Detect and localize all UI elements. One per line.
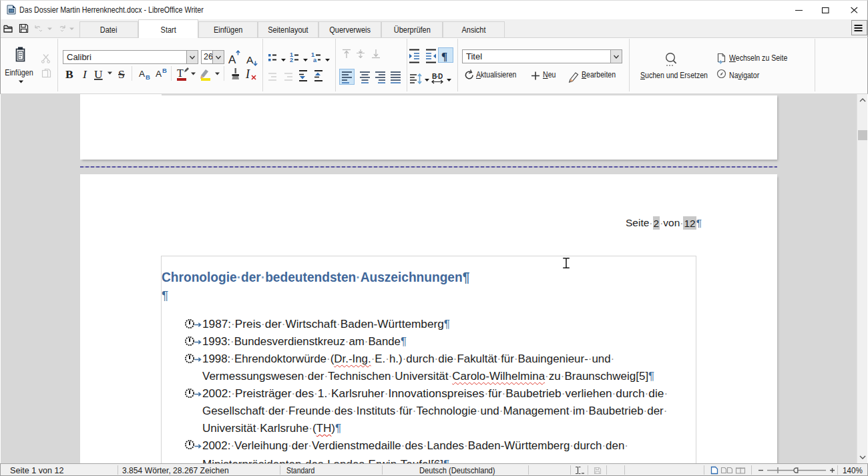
svg-text:B: B (432, 73, 437, 80)
svg-text:¶: ¶ (441, 50, 447, 63)
svg-text:A: A (139, 69, 145, 79)
svg-text:I: I (245, 67, 250, 81)
svg-text:2: 2 (290, 57, 293, 63)
svg-text:B: B (65, 67, 73, 81)
svg-text:B: B (146, 73, 150, 81)
svg-text:U: U (94, 67, 103, 81)
svg-text:A: A (156, 69, 162, 79)
svg-text:T: T (177, 67, 184, 79)
svg-text:S: S (118, 67, 125, 81)
svg-text:I: I (82, 67, 87, 81)
svg-text:B: B (162, 67, 167, 74)
svg-text:a: a (313, 57, 317, 63)
svg-text:D: D (438, 73, 443, 80)
